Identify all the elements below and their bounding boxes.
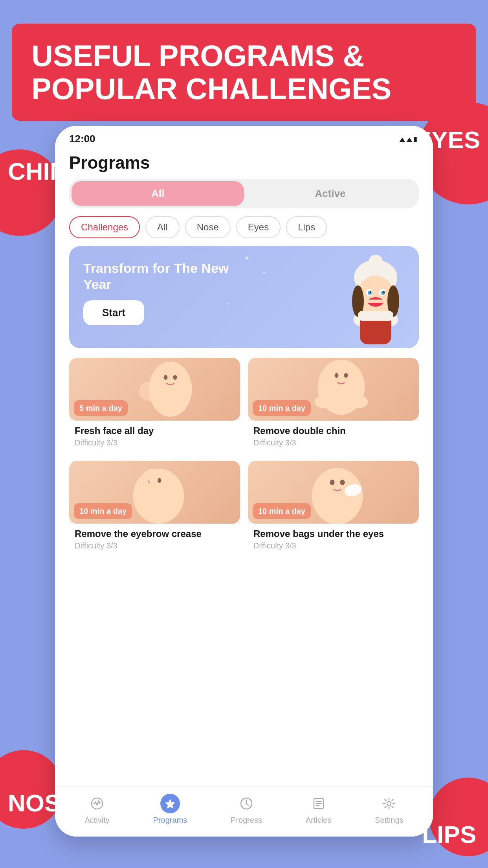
- svg-rect-21: [358, 311, 393, 321]
- eyes-label: EYES: [415, 126, 480, 154]
- status-time: 12:00: [69, 133, 95, 145]
- progress-icon: [237, 794, 256, 813]
- program-thumb-0: 5 min a day: [69, 358, 240, 421]
- svg-point-10: [368, 291, 372, 295]
- chip-challenges[interactable]: Challenges: [69, 216, 140, 238]
- program-difficulty-0: Difficulty 3/3: [75, 438, 235, 447]
- nav-label-settings: Settings: [375, 816, 403, 825]
- svg-point-12: [370, 291, 371, 293]
- scroll-content: Transform for The New Year Start ✦ ✦ ✦: [55, 246, 433, 786]
- banner-card: Transform for The New Year Start ✦ ✦ ✦: [69, 246, 419, 348]
- nav-label-activity: Activity: [84, 816, 109, 825]
- svg-point-6: [369, 255, 383, 269]
- bottom-nav: Activity Programs: [55, 786, 433, 837]
- nav-label-progress: Progress: [231, 816, 262, 825]
- main-tabs: All Active: [69, 179, 419, 208]
- banner-illustration: [340, 250, 411, 344]
- program-difficulty-1: Difficulty 3/3: [253, 438, 413, 447]
- svg-marker-45: [165, 799, 175, 809]
- start-button[interactable]: Start: [83, 300, 144, 325]
- nav-item-activity[interactable]: Activity: [84, 794, 109, 825]
- svg-point-24: [164, 375, 168, 380]
- svg-point-30: [327, 364, 356, 391]
- svg-point-13: [383, 291, 385, 293]
- svg-marker-1: [406, 138, 413, 142]
- program-name-3: Remove bags under the eyes: [253, 528, 413, 540]
- chip-nose[interactable]: Nose: [185, 216, 231, 238]
- time-badge-2: 10 min a day: [74, 503, 132, 519]
- svg-point-32: [344, 373, 348, 378]
- program-info-3: Remove bags under the eyes Difficulty 3/…: [248, 524, 419, 556]
- program-info-2: Remove the eyebrow crease Difficulty 3/3: [69, 524, 240, 556]
- header-banner: USEFUL PROGRAMS & POPULAR CHALLENGES: [12, 24, 476, 121]
- nav-item-programs[interactable]: Programs: [153, 794, 187, 825]
- svg-point-42: [340, 480, 345, 485]
- nav-item-progress[interactable]: Progress: [231, 794, 262, 825]
- articles-icon: [309, 794, 328, 813]
- program-grid: 5 min a day Fresh face all day Difficult…: [69, 358, 419, 556]
- time-badge-0: 5 min a day: [74, 400, 128, 416]
- nav-label-articles: Articles: [306, 816, 332, 825]
- svg-point-11: [381, 291, 385, 295]
- program-difficulty-3: Difficulty 3/3: [253, 541, 413, 550]
- program-thumb-3: 10 min a day: [248, 461, 419, 524]
- chin-label: CHIN: [8, 157, 68, 185]
- chip-all[interactable]: All: [145, 216, 180, 238]
- nav-item-settings[interactable]: Settings: [375, 794, 403, 825]
- nav-item-articles[interactable]: Articles: [306, 794, 332, 825]
- time-badge-3: 10 min a day: [253, 503, 311, 519]
- program-info-1: Remove double chin Difficulty 3/3: [248, 421, 419, 453]
- filter-chips: Challenges All Nose Eyes Lips: [55, 216, 433, 246]
- chip-eyes[interactable]: Eyes: [236, 216, 281, 238]
- activity-icon: [87, 794, 107, 813]
- phone-frame: 12:00 Programs All Active Challenges All…: [55, 126, 433, 837]
- svg-point-44: [92, 798, 103, 809]
- program-card-3[interactable]: 10 min a day Remove bags under the eyes …: [248, 461, 419, 556]
- program-card-0[interactable]: 5 min a day Fresh face all day Difficult…: [69, 358, 240, 453]
- svg-point-54: [387, 802, 391, 805]
- svg-point-41: [330, 480, 335, 485]
- program-name-0: Fresh face all day: [75, 425, 235, 437]
- program-difficulty-2: Difficulty 3/3: [75, 541, 235, 550]
- nav-label-programs: Programs: [153, 816, 187, 825]
- banner-text: Transform for The New Year: [83, 260, 260, 292]
- lips-label: LIPS: [422, 820, 476, 848]
- nose-label: NOSE: [8, 789, 77, 817]
- program-thumb-2: 10 min a day: [69, 461, 240, 524]
- svg-line-49: [246, 804, 248, 805]
- program-card-1[interactable]: 10 min a day Remove double chin Difficul…: [248, 358, 419, 453]
- program-card-2[interactable]: 10 min a day Remove the eyebrow crease D…: [69, 461, 240, 556]
- page-title: Programs: [55, 148, 433, 179]
- svg-point-25: [173, 375, 177, 380]
- program-info-0: Fresh face all day Difficulty 3/3: [69, 421, 240, 453]
- program-thumb-1: 10 min a day: [248, 358, 419, 421]
- header-title: USEFUL PROGRAMS & POPULAR CHALLENGES: [31, 39, 457, 105]
- svg-point-26: [139, 381, 163, 401]
- tab-active[interactable]: Active: [244, 181, 416, 206]
- settings-icon: [379, 794, 399, 813]
- svg-rect-15: [368, 300, 383, 303]
- status-bar: 12:00: [55, 126, 433, 148]
- chip-lips[interactable]: Lips: [286, 216, 327, 238]
- svg-marker-0: [399, 138, 405, 142]
- tab-all[interactable]: All: [72, 181, 244, 206]
- svg-point-31: [335, 373, 339, 378]
- time-badge-1: 10 min a day: [253, 400, 311, 416]
- program-name-2: Remove the eyebrow crease: [75, 528, 235, 540]
- programs-icon: [160, 794, 180, 813]
- program-name-1: Remove double chin: [253, 425, 413, 437]
